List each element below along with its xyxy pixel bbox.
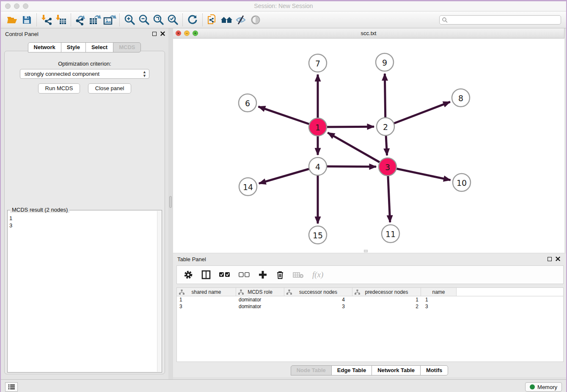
tab-node-table[interactable]: Node Table: [291, 365, 332, 375]
table-settings-button gear-icon[interactable]: [184, 270, 193, 279]
tab-edge-table[interactable]: Edge Table: [331, 365, 372, 375]
zoom-selected-icon: [167, 14, 179, 26]
window-titlebar: Session: New Session: [1, 1, 566, 11]
column-header-mcds-role[interactable]: MCDS role: [236, 288, 284, 296]
node-label-4: 4: [315, 162, 320, 171]
hierarchy-icon: [355, 290, 360, 295]
edge-3-10[interactable]: [388, 167, 451, 180]
select-all-checkboxes-button[interactable]: [219, 272, 230, 278]
tab-mcds[interactable]: MCDS: [113, 42, 141, 52]
function-builder-button fx-icon[interactable]: f(x): [312, 270, 323, 279]
import-table-icon: [55, 14, 67, 26]
duplicate-network-icon: [206, 14, 218, 26]
search-input[interactable]: [449, 17, 561, 23]
first-neighbors-button[interactable]: [220, 14, 234, 26]
run-mcds-button[interactable]: Run MCDS: [38, 83, 80, 94]
cell-predecessor-nodes[interactable]: 1: [352, 296, 421, 303]
tab-motifs[interactable]: Motifs: [420, 365, 448, 375]
table-toolbar: f(x): [176, 265, 564, 284]
node-label-8: 8: [458, 94, 463, 103]
table-row[interactable]: 3 dominator 3 2 3: [177, 303, 563, 310]
memory-button[interactable]: Memory: [525, 382, 562, 392]
toolbar-separator: [71, 14, 71, 26]
save-session-button[interactable]: [19, 14, 34, 26]
export-table-button[interactable]: [88, 14, 102, 26]
cell-mcds-role[interactable]: dominator: [236, 303, 284, 310]
tab-style[interactable]: Style: [61, 42, 86, 52]
cell-name[interactable]: 1: [421, 296, 457, 303]
column-header-successor-nodes[interactable]: successor nodes: [284, 288, 352, 296]
edge-3-1[interactable]: [328, 133, 388, 167]
table-row[interactable]: 1 dominator 4 1 1: [177, 296, 563, 303]
column-header-shared-name[interactable]: shared name: [177, 288, 236, 296]
add-column-button plus-icon[interactable]: [258, 270, 267, 279]
network-view-window: ✕ − + scc.txt 7968124314101511: [173, 28, 564, 253]
zoom-out-button[interactable]: [137, 14, 151, 26]
zoom-fit-button[interactable]: [151, 14, 165, 26]
cell-name[interactable]: 3: [421, 303, 457, 310]
search-box[interactable]: [439, 15, 561, 25]
cell-successor-nodes[interactable]: 3: [284, 303, 352, 310]
home-neighbors-icon: [220, 14, 234, 25]
result-scrollbar[interactable]: [157, 211, 161, 372]
network-graph-canvas[interactable]: 7968124314101511: [173, 39, 564, 253]
node-label-7: 7: [315, 59, 320, 68]
zoom-in-button[interactable]: [122, 14, 137, 26]
node-label-2: 2: [383, 122, 388, 132]
edge-2-8[interactable]: [385, 102, 450, 127]
control-panel: Control Panel NetworkStyleSelectMCDS Opt…: [1, 28, 168, 379]
toggle-panel-button columns-icon[interactable]: [201, 270, 211, 279]
open-folder-icon: [6, 15, 18, 25]
status-bar: Memory: [1, 379, 566, 392]
node-table[interactable]: shared name MCDS role successor nodes pr…: [176, 287, 564, 362]
column-header-name[interactable]: name: [421, 288, 457, 296]
optimization-criterion-label: Optimization criterion:: [5, 61, 165, 67]
edge-1-6[interactable]: [259, 107, 318, 127]
toolbar-separator: [119, 14, 120, 26]
cell-mcds-role[interactable]: dominator: [236, 296, 284, 303]
zoom-in-icon: [124, 14, 135, 26]
close-panel-icon[interactable]: [160, 31, 165, 36]
tab-network-table[interactable]: Network Table: [372, 365, 421, 375]
tab-select[interactable]: Select: [85, 42, 113, 52]
zoom-selected-button[interactable]: [165, 14, 180, 26]
open-session-button[interactable]: [5, 14, 19, 26]
refresh-button[interactable]: [185, 14, 200, 26]
cell-successor-nodes[interactable]: 4: [284, 296, 352, 303]
column-label: MCDS role: [248, 289, 272, 295]
export-network-button[interactable]: [74, 14, 88, 26]
duplicate-network-button[interactable]: [205, 14, 220, 26]
close-table-panel-icon[interactable]: [556, 257, 560, 261]
network-bottom-grip[interactable]: [364, 250, 368, 252]
node-label-14: 14: [243, 182, 253, 192]
cell-shared-name[interactable]: 1: [177, 296, 236, 303]
import-table-button[interactable]: [54, 14, 68, 26]
export-network-icon: [74, 14, 87, 26]
mcds-result-title: MCDS result (2 nodes): [10, 207, 69, 213]
criterion-select[interactable]: strongly connected component ▲▼: [20, 69, 149, 79]
import-network-button[interactable]: [39, 14, 54, 26]
mcds-result-list[interactable]: 1 3: [9, 215, 157, 371]
hierarchy-icon: [286, 290, 292, 295]
refresh-icon: [187, 14, 198, 25]
deselect-all-checkboxes-button[interactable]: [239, 272, 250, 278]
splitter-grip[interactable]: [169, 196, 172, 208]
close-panel-button[interactable]: Close panel: [88, 83, 132, 94]
eye-slash-icon: [235, 14, 248, 25]
export-image-button[interactable]: [102, 14, 117, 26]
cell-predecessor-nodes[interactable]: 2: [352, 303, 421, 310]
task-history-button[interactable]: [5, 382, 18, 392]
cell-shared-name[interactable]: 3: [177, 303, 236, 310]
delete-column-button trash-icon[interactable]: [276, 270, 284, 279]
float-table-panel-icon[interactable]: [548, 257, 552, 261]
delete-table-button[interactable]: [293, 271, 304, 279]
toolbar-separator: [202, 14, 203, 26]
vertical-splitter[interactable]: [168, 28, 173, 379]
column-header-predecessor-nodes[interactable]: predecessor nodes: [352, 288, 421, 296]
show-hidden-button[interactable]: [248, 14, 263, 26]
network-window-titlebar[interactable]: ✕ − + scc.txt: [173, 28, 564, 39]
float-panel-icon[interactable]: [152, 32, 157, 36]
main-toolbar: [1, 11, 566, 28]
hide-selected-button[interactable]: [234, 14, 248, 26]
tab-network[interactable]: Network: [28, 42, 61, 52]
